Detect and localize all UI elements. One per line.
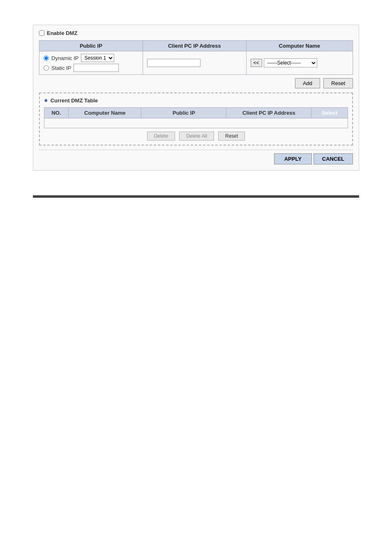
dynamic-ip-radio[interactable] <box>44 56 49 61</box>
header-client-pc-ip: Client PC IP Address <box>143 41 246 51</box>
header-computer-name: Computer Name <box>246 41 353 51</box>
static-ip-row: Static IP <box>44 64 138 72</box>
dmz-panel: Enable DMZ Public IP Client PC IP Addres… <box>33 25 359 171</box>
dmz-bullet-icon: ● <box>44 97 48 104</box>
static-ip-input[interactable] <box>74 64 119 72</box>
dmz-th-public-ip: Public IP <box>141 108 226 118</box>
dmz-table-title: Current DMZ Table <box>51 97 98 104</box>
add-button[interactable]: Add <box>295 78 320 88</box>
computer-name-area: << ------Select------ <box>251 58 348 67</box>
footer-row: APPLY CANCEL <box>39 150 353 164</box>
public-ip-cell: Dynamic IP Session 1 Session 2 Session 3… <box>39 51 143 75</box>
dmz-th-select: Select <box>311 108 348 118</box>
delete-all-button[interactable]: Delete All <box>179 132 214 141</box>
enable-dmz-label: Enable DMZ <box>47 30 77 36</box>
dmz-table: NO. Computer Name Public IP Client PC IP… <box>44 107 348 128</box>
dmz-th-client-ip: Client PC IP Address <box>226 108 311 118</box>
dmz-table-section: ● Current DMZ Table NO. Computer Name Pu… <box>39 92 353 146</box>
enable-dmz-row: Enable DMZ <box>39 30 353 36</box>
add-reset-row: Add Reset <box>39 78 353 88</box>
computer-name-cell: << ------Select------ <box>246 51 353 75</box>
dmz-table-title-row: ● Current DMZ Table <box>44 97 348 104</box>
static-ip-label: Static IP <box>51 65 71 71</box>
dmz-th-computer-name: Computer Name <box>69 108 141 118</box>
dmz-th-no: NO. <box>44 108 69 118</box>
session-select[interactable]: Session 1 Session 2 Session 3 <box>81 54 114 62</box>
delete-button[interactable]: Delete <box>147 132 175 141</box>
computer-name-select[interactable]: ------Select------ <box>264 58 317 67</box>
ll-button[interactable]: << <box>251 59 262 67</box>
dynamic-ip-row: Dynamic IP Session 1 Session 2 Session 3 <box>44 54 138 62</box>
dmz-table-empty-row <box>44 118 348 128</box>
client-ip-input[interactable] <box>147 59 201 67</box>
cancel-button[interactable]: CANCEL <box>314 153 353 164</box>
client-ip-cell <box>143 51 246 75</box>
reset-dmz-button[interactable]: Reset <box>218 132 245 141</box>
apply-button[interactable]: APPLY <box>274 153 312 164</box>
static-ip-radio[interactable] <box>44 65 49 71</box>
enable-dmz-checkbox[interactable] <box>39 30 44 36</box>
dmz-action-row: Delete Delete All Reset <box>44 132 348 141</box>
header-public-ip: Public IP <box>39 41 143 51</box>
config-table: Public IP Client PC IP Address Computer … <box>39 40 353 75</box>
reset-top-button[interactable]: Reset <box>323 78 353 88</box>
dynamic-ip-label: Dynamic IP <box>51 55 78 61</box>
bottom-bar <box>33 195 359 198</box>
